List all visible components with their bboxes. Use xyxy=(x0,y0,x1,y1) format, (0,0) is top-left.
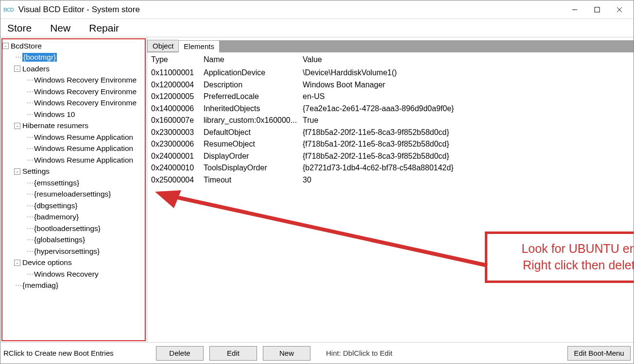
tree-node-label: Windows 10 xyxy=(34,110,75,119)
tree-node[interactable]: ⋯ Windows Resume Application xyxy=(2,143,145,155)
tree-node[interactable]: ⋯ Windows Recovery Environme xyxy=(2,75,145,86)
collapse-icon[interactable]: - xyxy=(14,260,20,266)
menu-store[interactable]: Store xyxy=(4,22,34,34)
cell-name: PreferredLocale xyxy=(204,92,303,101)
tab-object[interactable]: Object xyxy=(147,40,178,52)
delete-button[interactable]: Delete xyxy=(156,346,204,361)
bcd-tree[interactable]: - BcdStore⋯{bootmgr}- Loaders⋯ Windows R… xyxy=(1,38,146,341)
tree-node[interactable]: ⋯ Windows Recovery Environme xyxy=(2,98,145,109)
tree-connector-icon: ⋯ xyxy=(27,190,33,198)
cell-name: DisplayOrder xyxy=(204,152,303,161)
tree-node[interactable]: ⋯ {dbgsettings} xyxy=(2,200,145,212)
grid-row[interactable]: 0x24000010ToolsDisplayOrder{b2721d73-1db… xyxy=(151,162,630,174)
cell-name: ResumeObject xyxy=(204,140,303,149)
cell-name: Description xyxy=(204,81,303,89)
tree-node[interactable]: ⋯ {globalsettings} xyxy=(2,234,145,246)
cell-name: Timeout xyxy=(204,176,303,184)
grid-header: Type Name Value xyxy=(151,55,630,64)
tab-elements[interactable]: Elements xyxy=(178,40,220,52)
tree-connector-icon: ⋯ xyxy=(27,156,33,164)
cell-value: {f718b5a2-20f2-11e5-8ca3-9f852b58d0cd} xyxy=(303,152,630,161)
callout-line2: Right click then delete it xyxy=(498,257,634,274)
close-button[interactable] xyxy=(608,2,631,17)
cell-type: 0x24000001 xyxy=(151,152,204,161)
grid-row[interactable]: 0x23000006ResumeObject{f718b5a1-20f2-11e… xyxy=(151,138,630,150)
tree-connector-icon: ⋯ xyxy=(27,248,33,255)
tree-node[interactable]: ⋯ {emssettings} xyxy=(2,177,145,189)
cell-value: \Device\HarddiskVolume1() xyxy=(303,68,630,77)
tree-node[interactable]: - Device options xyxy=(2,257,145,269)
col-header-name[interactable]: Name xyxy=(204,55,303,64)
tree-node[interactable]: ⋯ Windows Recovery xyxy=(2,268,145,280)
edit-boot-menu-button[interactable]: Edit Boot-Menu xyxy=(567,346,631,361)
app-icon: BCD xyxy=(3,7,14,13)
tree-node-label: {bootmgr} xyxy=(22,53,57,62)
tree-node-label: {badmemory} xyxy=(34,213,79,221)
tree-node[interactable]: - Loaders xyxy=(2,63,145,75)
cell-type: 0x12000005 xyxy=(151,92,204,101)
cell-value: True xyxy=(303,116,630,125)
tree-node[interactable]: - Hibernate resumers xyxy=(2,120,145,132)
tree-node[interactable]: ⋯{bootmgr} xyxy=(2,52,145,64)
new-button[interactable]: New xyxy=(263,346,310,361)
tree-node-label: {memdiag} xyxy=(22,281,58,290)
grid-row[interactable]: 0x12000004DescriptionWindows Boot Manage… xyxy=(151,79,630,91)
titlebar: BCD Visual BCD Editor - System store xyxy=(0,0,634,19)
tree-node-label: {globalsettings} xyxy=(34,235,85,244)
cell-name: ApplicationDevice xyxy=(204,68,303,77)
window-title: Visual BCD Editor - System store xyxy=(18,5,140,15)
edit-button[interactable]: Edit xyxy=(209,346,257,361)
grid-row[interactable]: 0x1600007elibrary_custom:0x160000...True xyxy=(151,115,630,127)
tabstrip: Object Elements xyxy=(147,38,634,52)
tree-node-label: BcdStore xyxy=(11,42,42,50)
tree-node-label: {emssettings} xyxy=(34,179,79,187)
minimize-button[interactable] xyxy=(564,2,586,17)
tree-connector-icon: ⋯ xyxy=(27,133,33,141)
tree-connector-icon: ⋯ xyxy=(27,111,33,118)
tree-node[interactable]: ⋯ Windows Resume Application xyxy=(2,154,145,166)
collapse-icon[interactable]: - xyxy=(2,43,9,49)
cell-name: InheritedObjects xyxy=(204,104,303,113)
tree-node-label: {hypervisorsettings} xyxy=(34,247,100,256)
cell-type: 0x1600007e xyxy=(151,116,204,125)
cell-type: 0x23000006 xyxy=(151,140,204,149)
tree-connector-icon: ⋯ xyxy=(27,179,33,187)
tree-node[interactable]: - BcdStore xyxy=(2,40,145,52)
tree-node[interactable]: ⋯ Windows Recovery Environme xyxy=(2,86,145,98)
tree-connector-icon: ⋯ xyxy=(27,225,33,232)
tree-node[interactable]: ⋯ {bootloadersettings} xyxy=(2,223,145,234)
tree-connector-icon: ⋯ xyxy=(27,236,33,244)
collapse-icon[interactable]: - xyxy=(14,168,20,175)
app-window: BCD Visual BCD Editor - System store Sto… xyxy=(0,0,634,364)
tabstrip-rest xyxy=(220,40,634,52)
footer-hint: Hint: DblClick to Edit xyxy=(326,349,393,357)
collapse-icon[interactable]: - xyxy=(14,123,20,129)
col-header-value[interactable]: Value xyxy=(303,55,630,64)
col-header-type[interactable]: Type xyxy=(151,55,204,64)
tree-node[interactable]: - Settings xyxy=(2,166,145,178)
tree-node[interactable]: ⋯ Windows 10 xyxy=(2,109,145,120)
maximize-button[interactable] xyxy=(586,2,608,17)
grid-row[interactable]: 0x12000005PreferredLocaleen-US xyxy=(151,91,630,103)
collapse-icon[interactable]: - xyxy=(14,66,20,72)
menu-repair[interactable]: Repair xyxy=(86,22,122,34)
tree-node[interactable]: ⋯ {badmemory} xyxy=(2,212,145,223)
tree-node[interactable]: ⋯ Windows Resume Application xyxy=(2,132,145,143)
tree-connector-icon: ⋯ xyxy=(27,99,33,107)
tree-node[interactable]: ⋯ {hypervisorsettings} xyxy=(2,246,145,257)
grid-row[interactable]: 0x11000001ApplicationDevice\Device\Hardd… xyxy=(151,67,630,79)
grid-row[interactable]: 0x25000004Timeout30 xyxy=(151,174,630,186)
tree-node[interactable]: ⋯ {memdiag} xyxy=(2,280,145,292)
tree-connector-icon: ⋯ xyxy=(15,53,21,61)
grid-row[interactable]: 0x23000003DefaultObject{f718b5a2-20f2-11… xyxy=(151,127,630,139)
tree-node[interactable]: ⋯ {resumeloadersettings} xyxy=(2,189,145,200)
cell-value: en-US xyxy=(303,92,630,101)
tree-node-label: Device options xyxy=(22,258,72,267)
grid-row[interactable]: 0x14000006InheritedObjects{7ea2e1ac-2e61… xyxy=(151,103,630,115)
tree-connector-icon: ⋯ xyxy=(27,145,33,152)
menu-new[interactable]: New xyxy=(47,22,73,34)
tree-node-label: Loaders xyxy=(22,65,50,73)
tree-connector-icon: ⋯ xyxy=(27,270,33,278)
grid-row[interactable]: 0x24000001DisplayOrder{f718b5a2-20f2-11e… xyxy=(151,150,630,163)
cell-value: {b2721d73-1db4-4c62-bf78-c548a880142d} xyxy=(303,164,630,172)
